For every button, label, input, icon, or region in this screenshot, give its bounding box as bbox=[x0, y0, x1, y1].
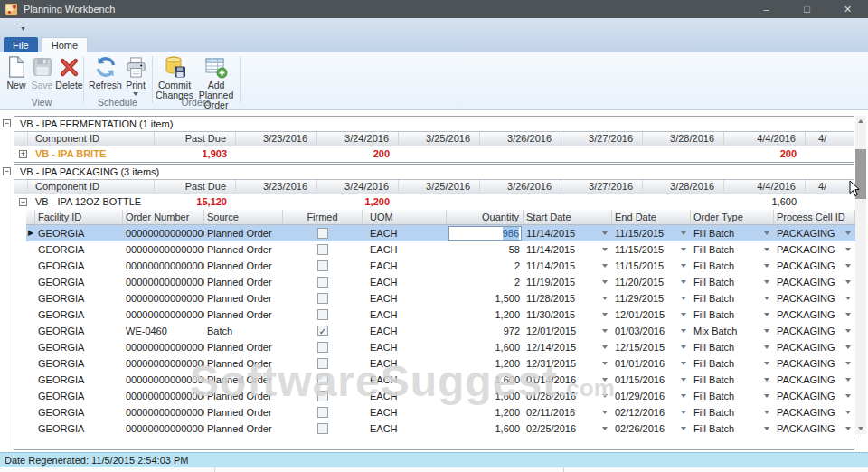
end-date-cell[interactable]: 12/15/2015 bbox=[612, 339, 691, 355]
firmed-checkbox[interactable] bbox=[317, 358, 328, 369]
date-column-header[interactable]: 3/28/2016 bbox=[643, 132, 724, 146]
chevron-down-icon[interactable] bbox=[681, 362, 686, 365]
chevron-down-icon[interactable] bbox=[845, 280, 851, 284]
table-row[interactable]: GEORGIA000000000000000885Planned OrderEA… bbox=[26, 420, 855, 437]
process-cell-id-header[interactable]: Process Cell ID bbox=[774, 210, 855, 224]
uom-cell[interactable]: EACH bbox=[363, 225, 447, 241]
vertical-scrollbar-thumb[interactable] bbox=[855, 149, 866, 199]
uom-cell[interactable]: EACH bbox=[363, 339, 447, 355]
process-cell-id-cell[interactable]: PACKAGING bbox=[774, 339, 855, 355]
uom-cell[interactable]: EACH bbox=[363, 307, 447, 323]
table-row[interactable]: GEORGIA000000000000000885Planned OrderEA… bbox=[26, 404, 855, 420]
group-header[interactable]: VB - IPA PACKAGING (3 items) bbox=[14, 165, 854, 180]
row-selector[interactable] bbox=[26, 404, 35, 420]
date-column-header[interactable]: 3/23/2016 bbox=[236, 132, 317, 146]
row-selector[interactable] bbox=[26, 258, 35, 274]
uom-cell[interactable]: EACH bbox=[363, 258, 447, 274]
order-number-header[interactable]: Order Number bbox=[123, 210, 204, 224]
uom-cell[interactable]: EACH bbox=[363, 290, 447, 307]
facility-id-cell[interactable]: GEORGIA bbox=[35, 355, 123, 372]
table-row[interactable]: GEORGIA000000000000000885Planned OrderEA… bbox=[26, 274, 855, 290]
start-date-cell[interactable]: 11/14/2015 bbox=[524, 258, 612, 274]
firmed-checkbox[interactable] bbox=[317, 391, 328, 401]
uom-cell[interactable]: EACH bbox=[363, 323, 447, 339]
date-column-header[interactable]: 3/26/2016 bbox=[480, 132, 561, 146]
chevron-down-icon[interactable] bbox=[845, 362, 851, 365]
firmed-header[interactable]: Firmed bbox=[283, 210, 363, 224]
quantity-cell[interactable]: 58 bbox=[447, 241, 524, 258]
chevron-down-icon[interactable] bbox=[764, 394, 769, 398]
chevron-down-icon[interactable] bbox=[764, 280, 769, 284]
order-type-cell[interactable]: Fill Batch bbox=[691, 274, 774, 290]
end-date-header[interactable]: End Date bbox=[612, 210, 691, 224]
quantity-cell[interactable]: 1,600 bbox=[447, 339, 524, 355]
start-date-cell[interactable]: 11/28/2015 bbox=[524, 290, 612, 307]
chevron-down-icon[interactable] bbox=[602, 378, 608, 382]
facility-id-header[interactable]: Facility ID bbox=[35, 210, 123, 224]
process-cell-id-cell[interactable]: PACKAGING bbox=[774, 225, 855, 241]
table-row[interactable]: GEORGIA000000000000000885Planned OrderEA… bbox=[26, 372, 855, 388]
order-number-cell[interactable]: 000000000000000885 bbox=[123, 420, 204, 437]
end-date-cell[interactable]: 11/20/2015 bbox=[612, 274, 691, 290]
chevron-down-icon[interactable] bbox=[602, 280, 608, 284]
firmed-cell[interactable] bbox=[283, 258, 363, 274]
customize-qat-icon[interactable]: ▾ bbox=[20, 24, 26, 33]
chevron-down-icon[interactable] bbox=[681, 264, 686, 268]
expand-row-icon[interactable]: + bbox=[19, 150, 27, 158]
chevron-down-icon[interactable] bbox=[602, 264, 608, 268]
uom-cell[interactable]: EACH bbox=[363, 355, 447, 372]
firmed-checkbox[interactable] bbox=[317, 374, 328, 385]
date-column-header[interactable]: 3/27/2016 bbox=[561, 132, 643, 146]
firmed-checkbox[interactable] bbox=[317, 228, 328, 239]
order-type-header[interactable]: Order Type bbox=[691, 210, 774, 224]
process-cell-id-cell[interactable]: PACKAGING bbox=[774, 372, 855, 388]
uom-cell[interactable]: EACH bbox=[363, 420, 447, 437]
chevron-down-icon[interactable] bbox=[602, 313, 608, 316]
order-number-cell[interactable]: 000000000000000885 bbox=[123, 274, 204, 290]
delete-button[interactable]: Delete bbox=[55, 54, 83, 90]
end-date-cell[interactable]: 02/26/2016 bbox=[612, 420, 691, 437]
end-date-cell[interactable]: 01/15/2016 bbox=[612, 372, 691, 388]
commit-changes-button[interactable]: Commit Changes bbox=[156, 54, 193, 100]
start-date-cell[interactable]: 12/31/2015 bbox=[524, 355, 612, 372]
table-row[interactable]: GEORGIA000000000000000885Planned OrderEA… bbox=[26, 290, 855, 307]
order-number-cell[interactable]: 000000000000000885 bbox=[123, 355, 204, 372]
past-due-header[interactable]: Past Due bbox=[155, 180, 236, 194]
component-row[interactable]: − VB - IPA 12OZ BOTTLE 15,120 1,2001,600 bbox=[14, 194, 854, 210]
collapse-group-icon[interactable]: − bbox=[3, 167, 11, 175]
firmed-cell[interactable] bbox=[283, 372, 363, 388]
chevron-down-icon[interactable] bbox=[764, 378, 769, 382]
facility-id-cell[interactable]: GEORGIA bbox=[35, 307, 123, 323]
chevron-down-icon[interactable] bbox=[681, 329, 686, 333]
chevron-down-icon[interactable] bbox=[681, 248, 686, 251]
order-type-cell[interactable]: Fill Batch bbox=[691, 225, 774, 241]
chevron-down-icon[interactable] bbox=[681, 345, 686, 349]
chevron-down-icon[interactable] bbox=[602, 362, 608, 365]
chevron-down-icon[interactable] bbox=[764, 248, 769, 251]
new-button[interactable]: New bbox=[4, 54, 29, 90]
order-type-cell[interactable]: Fill Batch bbox=[691, 241, 774, 258]
tab-home[interactable]: Home bbox=[42, 37, 88, 52]
facility-id-cell[interactable]: GEORGIA bbox=[35, 404, 123, 420]
uom-cell[interactable]: EACH bbox=[363, 274, 447, 290]
chevron-down-icon[interactable] bbox=[845, 345, 851, 349]
chevron-down-icon[interactable] bbox=[845, 248, 851, 251]
end-date-cell[interactable]: 11/15/2015 bbox=[612, 225, 691, 241]
order-type-cell[interactable]: Fill Batch bbox=[691, 339, 774, 355]
chevron-down-icon[interactable] bbox=[764, 264, 769, 268]
facility-id-cell[interactable]: GEORGIA bbox=[35, 274, 123, 290]
chevron-down-icon[interactable] bbox=[845, 231, 851, 235]
start-date-cell[interactable]: 02/25/2016 bbox=[524, 420, 612, 437]
firmed-checkbox[interactable] bbox=[317, 244, 328, 255]
firmed-cell[interactable] bbox=[283, 274, 363, 290]
source-cell[interactable]: Planned Order bbox=[204, 404, 283, 420]
facility-id-cell[interactable]: GEORGIA bbox=[35, 388, 123, 404]
chevron-down-icon[interactable] bbox=[681, 280, 686, 284]
chevron-down-icon[interactable] bbox=[681, 427, 686, 430]
maximize-button[interactable]: □ bbox=[787, 0, 827, 18]
chevron-down-icon[interactable] bbox=[602, 231, 608, 235]
start-date-cell[interactable]: 01/14/2016 bbox=[524, 372, 612, 388]
minimize-button[interactable]: – bbox=[746, 0, 787, 18]
source-cell[interactable]: Planned Order bbox=[204, 339, 283, 355]
chevron-down-icon[interactable] bbox=[681, 297, 686, 300]
